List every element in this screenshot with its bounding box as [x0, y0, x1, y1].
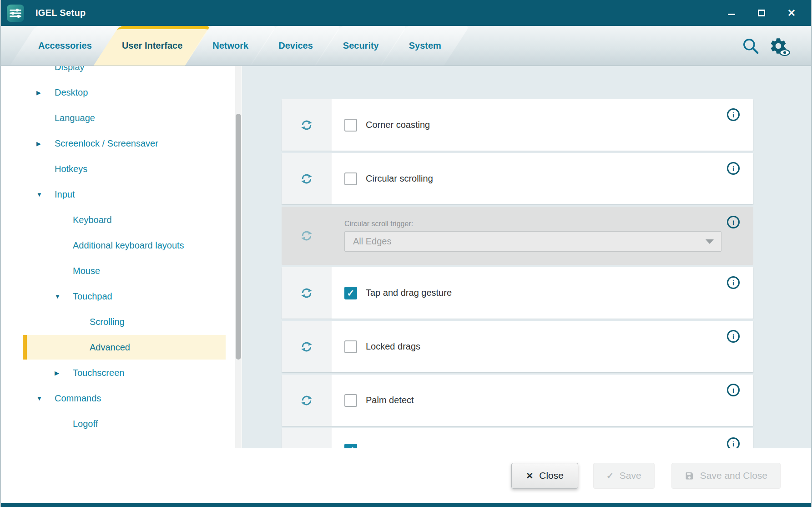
setting-row-corner-coasting: Corner coasting i	[282, 99, 753, 151]
reset-parameter-button[interactable]	[282, 267, 332, 319]
sidebar-item-input[interactable]: ▼ Input	[1, 182, 242, 207]
sidebar-item-display[interactable]: Display	[1, 66, 242, 80]
maximize-button[interactable]	[755, 6, 768, 20]
setting-body: ✓	[332, 428, 753, 448]
sidebar-item-language[interactable]: Language	[1, 105, 242, 131]
tab-security[interactable]: Security	[331, 26, 391, 66]
igel-logo-icon	[7, 5, 24, 22]
checkbox-locked-drags[interactable]	[344, 340, 357, 353]
setting-row-tap-and-drag-gesture: ✓ Tap and drag gesture i	[282, 267, 753, 319]
info-icon[interactable]: i	[727, 384, 740, 396]
tab-devices[interactable]: Devices	[267, 26, 325, 66]
checkbox-circular-scrolling[interactable]	[344, 172, 357, 185]
setting-row-circular-scroll-trigger: Circular scroll trigger: All Edges i	[282, 207, 753, 265]
close-button[interactable]: ✕ Close	[511, 463, 578, 489]
sync-icon	[300, 340, 313, 354]
reset-parameter-button[interactable]	[282, 99, 332, 151]
checkbox-corner-coasting[interactable]	[344, 119, 357, 132]
sidebar-item-advanced[interactable]: Advanced	[1, 335, 242, 360]
chevron-down-icon[interactable]: ▼	[36, 395, 55, 402]
sidebar-scrollbar[interactable]	[235, 66, 242, 448]
info-icon[interactable]: i	[727, 437, 740, 448]
igel-setup-window: IGEL Setup ✕ Accessories User Interface …	[0, 0, 812, 507]
setting-row-circular-scrolling: Circular scrolling i	[282, 153, 753, 204]
check-icon: ✓	[347, 446, 355, 448]
tab-actions	[742, 26, 811, 66]
window-bottom-border	[1, 503, 811, 507]
sidebar-item-label: Language	[55, 113, 95, 123]
setting-label: Locked drags	[366, 341, 420, 352]
chevron-down-icon[interactable]: ▼	[36, 191, 55, 198]
settings-panel: Corner coasting i Circular scrolling	[242, 66, 811, 448]
info-icon[interactable]: i	[727, 108, 740, 121]
setting-body: Locked drags	[332, 321, 753, 372]
search-icon[interactable]	[742, 37, 759, 55]
close-button-label: Close	[539, 470, 564, 481]
info-icon[interactable]: i	[727, 216, 740, 228]
close-window-button[interactable]: ✕	[785, 6, 798, 20]
chevron-down-icon[interactable]: ▼	[55, 293, 73, 300]
setting-body: Circular scroll trigger: All Edges	[332, 207, 753, 265]
tab-system[interactable]: System	[397, 26, 453, 66]
check-icon: ✓	[606, 472, 614, 480]
chevron-right-icon[interactable]: ▶	[55, 370, 73, 376]
sidebar-item-label: Desktop	[55, 87, 88, 98]
setting-row-partial: ✓ i	[282, 428, 753, 448]
checkbox-palm-detect[interactable]	[344, 394, 357, 407]
circular-scroll-trigger-select: All Edges	[344, 231, 721, 252]
setup-gear-visibility-icon[interactable]	[768, 36, 788, 56]
minimize-icon	[728, 14, 735, 15]
sidebar-item-keyboard[interactable]: Keyboard	[1, 207, 242, 233]
info-icon[interactable]: i	[727, 162, 740, 175]
reset-parameter-button[interactable]	[282, 428, 332, 448]
reset-parameter-button[interactable]	[282, 153, 332, 204]
chevron-right-icon[interactable]: ▶	[36, 140, 55, 147]
sidebar-item-logoff[interactable]: Logoff	[1, 411, 242, 436]
reset-parameter-button[interactable]	[282, 207, 332, 265]
sidebar-item-additional-keyboard-layouts[interactable]: Additional keyboard layouts	[1, 233, 242, 258]
sidebar-item-label: Scrolling	[90, 317, 125, 327]
sidebar-item-label: Logoff	[73, 419, 98, 429]
minimize-button[interactable]	[725, 6, 738, 20]
maximize-icon	[758, 10, 765, 16]
sidebar-item-mouse[interactable]: Mouse	[1, 258, 242, 284]
chevron-down-icon	[706, 239, 714, 244]
tab-network[interactable]: Network	[201, 26, 260, 66]
info-icon[interactable]: i	[727, 330, 740, 343]
sidebar-item-touchpad[interactable]: ▼ Touchpad	[1, 284, 242, 309]
reset-parameter-button[interactable]	[282, 375, 332, 426]
sync-icon	[300, 286, 313, 300]
sync-icon	[300, 118, 313, 132]
save-floppy-icon	[685, 471, 694, 481]
sidebar-item-label: Hotkeys	[55, 164, 87, 174]
navigation-tree: Display ▶ Desktop Language ▶ Screenlock …	[1, 66, 242, 436]
footer-bar: ✕ Close ✓ Save Save and Close	[1, 448, 811, 503]
checkbox-tap-and-drag-gesture[interactable]: ✓	[344, 287, 357, 299]
checkbox-partial-setting[interactable]: ✓	[344, 444, 357, 448]
check-icon: ✓	[347, 289, 355, 298]
sidebar-item-scrolling[interactable]: Scrolling	[1, 309, 242, 335]
close-x-icon: ✕	[526, 472, 533, 480]
tab-accessories[interactable]: Accessories	[26, 26, 104, 66]
navigation-sidebar: Display ▶ Desktop Language ▶ Screenlock …	[1, 66, 242, 448]
chevron-right-icon[interactable]: ▶	[36, 89, 55, 96]
setting-body: Corner coasting	[332, 99, 753, 151]
sidebar-item-label: Commands	[55, 393, 101, 404]
setting-label: Tap and drag gesture	[366, 288, 452, 298]
save-and-close-button-label: Save and Close	[700, 470, 767, 481]
sidebar-item-screenlock-screensaver[interactable]: ▶ Screenlock / Screensaver	[1, 131, 242, 156]
setting-body: Circular scrolling	[332, 153, 753, 204]
save-and-close-button: Save and Close	[671, 463, 781, 489]
sidebar-item-desktop[interactable]: ▶ Desktop	[1, 80, 242, 105]
sidebar-item-hotkeys[interactable]: Hotkeys	[1, 156, 242, 182]
reset-parameter-button[interactable]	[282, 321, 332, 372]
sidebar-item-label: Advanced	[90, 342, 130, 353]
sidebar-item-touchscreen[interactable]: ▶ Touchscreen	[1, 360, 242, 385]
sidebar-item-commands[interactable]: ▼ Commands	[1, 385, 242, 411]
scrollbar-thumb[interactable]	[236, 114, 241, 360]
save-button-label: Save	[620, 470, 641, 481]
sidebar-item-label: Screenlock / Screensaver	[55, 138, 158, 149]
sidebar-item-label: Display	[55, 66, 85, 72]
info-icon[interactable]: i	[727, 276, 740, 289]
tab-user-interface[interactable]: User Interface	[110, 26, 194, 66]
